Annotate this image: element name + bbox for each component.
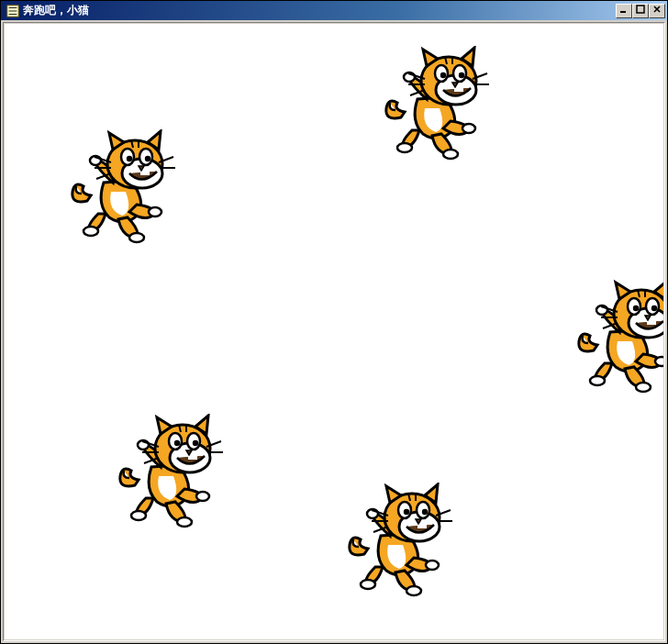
sprite-cat-3[interactable]: [115, 414, 234, 533]
client-border: [3, 22, 665, 641]
minimize-button[interactable]: [616, 4, 632, 18]
window-title: 奔跑吧，小猫: [23, 3, 612, 18]
titlebar[interactable]: 奔跑吧，小猫: [1, 1, 667, 20]
svg-rect-2: [637, 6, 644, 13]
canvas[interactable]: [5, 24, 663, 639]
sprite-cat-4[interactable]: [344, 483, 463, 602]
sprite-cat-2[interactable]: [573, 279, 663, 398]
client-outer: [1, 20, 667, 643]
window-buttons: [616, 4, 665, 18]
sprite-cat-1[interactable]: [67, 129, 186, 249]
svg-rect-1: [620, 11, 626, 13]
app-icon: [6, 5, 19, 17]
sprite-cat-0[interactable]: [381, 46, 500, 165]
maximize-button[interactable]: [632, 4, 649, 18]
application-window: 奔跑吧，小猫: [0, 0, 668, 644]
close-button[interactable]: [649, 4, 665, 18]
